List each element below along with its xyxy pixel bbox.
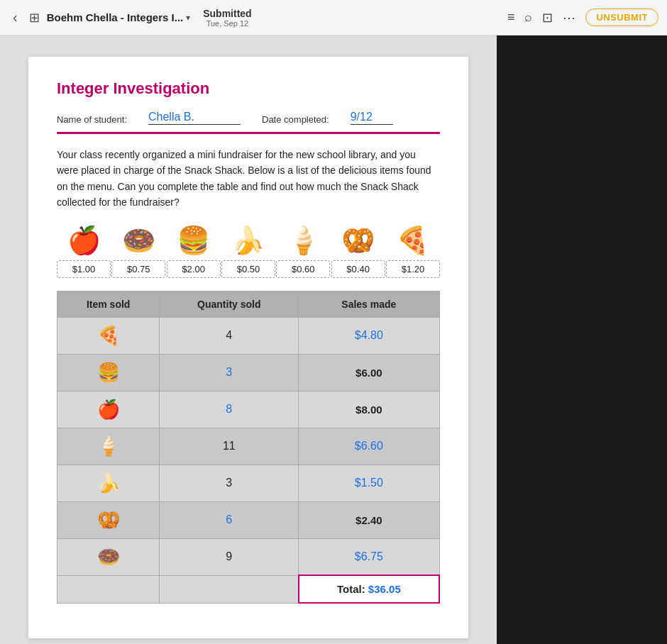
food-icon-donut: 🍩 (111, 225, 166, 256)
food-icons-row: 🍎 🍩 🍔 🍌 🍦 🥨 🍕 (57, 225, 440, 256)
top-bar: ‹ ⊞ Boehm Chella - Integers I... ▾ Submi… (0, 0, 667, 35)
doc-title-heading: Integer Investigation (57, 79, 440, 98)
student-info-row: Name of student: Chella B. Date complete… (57, 111, 440, 125)
qty-donut: 9 (160, 538, 299, 575)
price-box-pretzel: $0.40 (331, 260, 385, 278)
search-icon[interactable]: ⌕ (524, 10, 532, 25)
item-icon-icecream: 🍦 (57, 428, 160, 465)
price-box-banana: $0.50 (221, 260, 275, 278)
doc-area: Integer Investigation Name of student: C… (0, 35, 497, 644)
sales-apple: $8.00 (299, 391, 439, 428)
food-icon-apple: 🍎 (57, 225, 111, 256)
item-icon-donut: 🍩 (57, 538, 160, 575)
description-text: Your class recently organized a mini fun… (57, 147, 440, 211)
table-header-row: Item sold Quantity sold Sales made (57, 291, 440, 317)
price-box-donut: $0.75 (111, 260, 165, 278)
qty-pizza: 4 (160, 317, 299, 354)
more-icon[interactable]: ⋯ (563, 10, 575, 26)
table-row: 🍌 3 $1.50 (57, 465, 440, 501)
qty-pretzel: 6 (160, 501, 299, 538)
total-label: Total: (337, 583, 365, 595)
doc-title-area: Boehm Chella - Integers I... ▾ (47, 11, 191, 23)
food-icon-pizza: 🍕 (385, 225, 440, 256)
chevron-down-icon[interactable]: ▾ (186, 13, 190, 23)
food-icon-icecream: 🍦 (276, 225, 331, 256)
list-icon[interactable]: ≡ (507, 10, 515, 25)
submitted-area: Submitted Tue, Sep 12 (203, 8, 251, 28)
qty-burger: 3 (160, 354, 299, 391)
table-row: 🥨 6 $2.40 (57, 501, 440, 538)
table-row: 🍦 11 $6.60 (57, 428, 440, 465)
item-icon-pizza: 🍕 (57, 317, 160, 354)
total-row: Total: $36.05 (57, 575, 440, 603)
student-name-label: Name of student: (57, 114, 127, 125)
col-quantity-sold: Quantity sold (160, 291, 299, 317)
print-icon[interactable]: ⊡ (542, 10, 553, 26)
total-value: $36.05 (368, 583, 401, 595)
price-box-apple: $1.00 (57, 260, 111, 278)
back-button[interactable]: ‹ (9, 6, 22, 28)
submitted-label: Submitted (203, 8, 251, 19)
price-boxes-row: $1.00 $0.75 $2.00 $0.50 $0.60 $0.40 $1.2… (57, 260, 440, 278)
food-icon-banana: 🍌 (221, 225, 275, 256)
date-label: Date completed: (262, 114, 329, 125)
item-icon-banana: 🍌 (57, 465, 160, 501)
table-row: 🍩 9 $6.75 (57, 538, 440, 575)
total-empty-1 (57, 575, 160, 603)
doc-title: Boehm Chella - Integers I... (47, 11, 184, 23)
date-value: 9/12 (351, 111, 393, 125)
main-area: Integer Investigation Name of student: C… (0, 35, 667, 644)
table-row: 🍎 8 $8.00 (57, 391, 440, 428)
qty-icecream: 11 (160, 428, 299, 465)
col-item-sold: Item sold (57, 291, 160, 317)
col-sales-made: Sales made (299, 291, 439, 317)
unsubmit-button[interactable]: UNSUBMIT (585, 9, 658, 26)
food-icon-burger: 🍔 (166, 225, 221, 256)
divider (57, 132, 440, 134)
table-row: 🍔 3 $6.00 (57, 354, 440, 391)
qty-apple: 8 (160, 391, 299, 428)
food-icon-pretzel: 🥨 (331, 225, 385, 256)
total-empty-2 (160, 575, 299, 603)
price-box-pizza: $1.20 (386, 260, 440, 278)
item-icon-apple: 🍎 (57, 391, 160, 428)
sales-icecream: $6.60 (299, 428, 439, 465)
student-name-value: Chella B. (148, 111, 241, 125)
price-box-icecream: $0.60 (276, 260, 330, 278)
doc-page: Integer Investigation Name of student: C… (28, 57, 468, 638)
sales-pretzel: $2.40 (299, 501, 439, 538)
item-icon-pretzel: 🥨 (57, 501, 160, 538)
right-panel (497, 35, 667, 644)
total-cell: Total: $36.05 (299, 575, 439, 603)
item-icon-burger: 🍔 (57, 354, 160, 391)
submitted-date: Tue, Sep 12 (206, 19, 249, 28)
sales-pizza: $4.80 (299, 317, 439, 354)
panel-toggle-icon[interactable]: ⊞ (29, 10, 40, 26)
sales-donut: $6.75 (299, 538, 439, 575)
top-bar-right: ≡ ⌕ ⊡ ⋯ UNSUBMIT (507, 9, 658, 26)
top-bar-left: ‹ ⊞ Boehm Chella - Integers I... ▾ Submi… (9, 6, 252, 28)
data-table: Item sold Quantity sold Sales made 🍕 4 $… (57, 291, 440, 604)
table-row: 🍕 4 $4.80 (57, 317, 440, 354)
sales-banana: $1.50 (299, 465, 439, 501)
price-box-burger: $2.00 (167, 260, 221, 278)
sales-burger: $6.00 (299, 354, 439, 391)
qty-banana: 3 (160, 465, 299, 501)
